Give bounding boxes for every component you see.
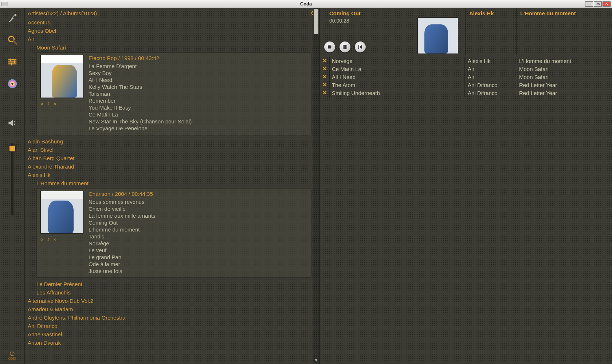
track-item[interactable]: Le veuf [89,247,155,254]
queue-artist: Alexis Hk [465,58,516,64]
speaker-icon[interactable] [7,117,18,129]
artist-item[interactable]: Alain Bashung [25,137,319,146]
track-item[interactable]: New Star In The Sky (Chanson pour Solal) [89,118,192,125]
app-logo: ⦶ coda [0,350,24,360]
artist-item[interactable]: Alexis Hk [25,171,319,179]
track-item[interactable]: Tandis… [89,233,155,240]
queue-title[interactable]: Norvège [330,58,464,64]
queue-album: Red Letter Year [516,90,612,96]
equalizer-icon[interactable] [7,56,18,68]
track-item[interactable]: Kelly Watch The Stars [89,83,192,90]
queue-title[interactable]: All I Need [330,74,464,80]
queue-row: ✕Smiling UnderneathAni DifrancoRed Lette… [320,89,612,97]
track-item[interactable]: La femme aux mille amants [89,212,155,219]
album-cover[interactable] [40,191,83,234]
queue-row: ✕All I NeedAirMoon Safari [320,73,612,81]
queue-title[interactable]: The Atom [330,82,464,88]
library-scrollbar[interactable]: ▼ [313,8,319,364]
album-title[interactable]: Moon Safari [25,43,319,52]
artist-item[interactable]: Alexandre Tharaud [25,162,319,171]
track-item[interactable]: Sexy Boy [89,70,192,76]
album-prev-button[interactable]: « [40,100,43,106]
track-item[interactable]: Chien de vieille [89,205,155,212]
artist-item[interactable]: André Cluytens, Philharmonia Orchestra [25,313,319,322]
volume-slider[interactable] [11,143,13,215]
svg-rect-7 [345,45,347,49]
sidebar-rail: ⦶ coda [0,8,25,364]
track-item[interactable]: Ce Matin La [89,111,192,118]
artist-item[interactable]: Air [25,35,319,43]
svg-point-4 [11,83,13,85]
track-item[interactable]: Le grand Pan [89,254,155,261]
queue-row: ✕NorvègeAlexis HkL'Homme du moment [320,57,612,65]
album-entry[interactable]: Les Affranchis [25,288,319,297]
artist-item[interactable]: Amadou & Mariam [25,305,319,313]
track-item[interactable]: Juste une fois [89,268,155,274]
track-item[interactable]: You Make It Easy [89,104,192,111]
window-menu-icon[interactable] [1,2,8,6]
previous-button[interactable] [355,41,366,52]
artist-item[interactable]: Agnes Obel [25,27,319,35]
artist-item[interactable]: Ani Difranco [25,322,319,330]
track-item[interactable]: L'homme du moment [89,226,155,233]
album-box: «♪»Chanson / 2004 / 00:44:35Nous sommes … [36,188,311,278]
scrollbar-thumb[interactable] [314,9,318,34]
now-playing-album: L'Homme du moment [520,10,576,16]
play-queue: ✕NorvègeAlexis HkL'Homme du moment✕Ce Ma… [320,55,612,364]
svg-rect-5 [328,46,332,49]
album-next-button[interactable]: » [54,236,56,242]
queue-row: ✕The AtomAni DifrancoRed Letter Year [320,81,612,89]
now-playing: Coming Out 00:00:28 Alexis Hk L'Homme du… [320,8,612,55]
album-title[interactable]: L'Homme du moment [25,179,319,187]
track-item[interactable]: Nous sommes revenus [89,198,155,205]
track-item[interactable]: Coming Out [89,219,155,226]
track-item[interactable]: Le Voyage De Penelope [89,125,192,132]
svg-rect-8 [358,45,359,49]
pause-button[interactable] [340,41,350,52]
artist-item[interactable]: Anton Dvorak [25,339,319,347]
album-next-button[interactable]: » [54,100,56,106]
track-item[interactable]: Talisman [89,90,192,97]
window-maximize-button[interactable]: ▭ [594,1,602,7]
playback-panel: Coming Out 00:00:28 Alexis Hk L'Homme du… [320,8,612,364]
artist-item[interactable]: Anne Gastinel [25,330,319,339]
track-item[interactable]: La Femme D'argent [89,63,192,70]
library-panel: Artistes(522) / Albums(1023) ↻ AccentusA… [25,8,320,364]
queue-title[interactable]: Smiling Underneath [330,90,464,96]
window-minimize-button[interactable]: — [585,1,593,7]
album-entry[interactable]: Le Dernier Présent [25,280,319,288]
queue-title[interactable]: Ce Matin La [330,66,464,72]
search-icon[interactable] [7,34,18,46]
artist-item[interactable]: Alternative Novo-Dub Vol.2 [25,297,319,305]
track-item[interactable]: Remember [89,97,192,104]
queue-album: L'Homme du moment [516,58,612,64]
queue-remove-button[interactable]: ✕ [320,90,329,96]
window-titlebar: Coda — ▭ ✕ [0,0,612,8]
album-play-button[interactable]: ♪ [47,100,50,106]
queue-artist: Ani Difranco [465,82,516,88]
svg-point-0 [14,14,16,16]
disc-icon[interactable] [7,78,18,90]
svg-rect-6 [344,45,345,49]
queue-artist: Air [465,66,516,72]
tools-icon[interactable] [7,12,18,24]
queue-remove-button[interactable]: ✕ [320,58,329,64]
artist-item[interactable]: Alban Berg Quartet [25,154,319,162]
volume-thumb[interactable] [9,146,15,151]
stop-button[interactable] [324,41,335,52]
window-close-button[interactable]: ✕ [603,1,611,7]
track-item[interactable]: All I Need [89,76,192,83]
queue-remove-button[interactable]: ✕ [320,82,329,88]
track-item[interactable]: Ode à la mer [89,261,155,268]
queue-row: ✕Ce Matin LaAirMoon Safari [320,65,612,73]
artist-item[interactable]: Accentus [25,18,319,27]
queue-remove-button[interactable]: ✕ [320,66,329,72]
album-play-button[interactable]: ♪ [47,236,50,242]
queue-album: Moon Safari [516,74,612,80]
album-cover[interactable] [40,55,83,98]
svg-line-2 [13,41,16,44]
album-prev-button[interactable]: « [40,236,43,242]
queue-remove-button[interactable]: ✕ [320,74,329,80]
artist-item[interactable]: Alan Stivell [25,146,319,154]
track-item[interactable]: Norvège [89,240,155,247]
